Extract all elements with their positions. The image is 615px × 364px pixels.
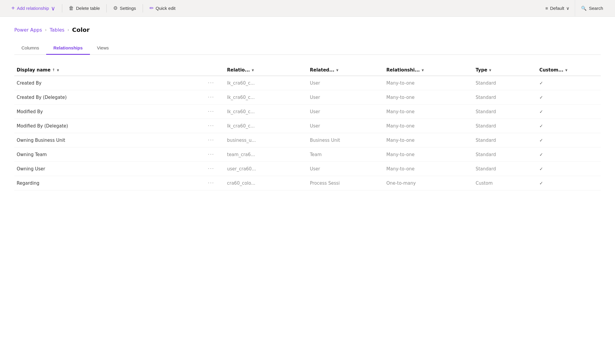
col-related-dropdown-icon: ∨ bbox=[336, 68, 339, 72]
cell-more[interactable]: ··· bbox=[205, 76, 225, 90]
tab-views[interactable]: Views bbox=[90, 42, 116, 55]
cell-related: User bbox=[307, 162, 384, 176]
toolbar: + Add relationship ∨ 🗑 Delete table ⚙ Se… bbox=[0, 0, 615, 17]
cell-display-name: Owning Team bbox=[14, 147, 205, 162]
cell-more[interactable]: ··· bbox=[205, 133, 225, 147]
default-chevron-icon: ∨ bbox=[566, 6, 569, 11]
table-row: Modified By (Delegate)···lk_cra60_c...Us… bbox=[14, 119, 601, 133]
search-label: Search bbox=[589, 6, 603, 11]
col-relship-dropdown-icon: ∨ bbox=[421, 68, 424, 72]
table-row: Owning Business Unit···business_u...Busi… bbox=[14, 133, 601, 147]
cell-relationship-type: Many-to-one bbox=[384, 162, 473, 176]
col-related-label: Related... bbox=[310, 67, 334, 73]
cell-related: Process Sessi bbox=[307, 176, 384, 190]
col-type-label: Type bbox=[476, 67, 487, 73]
cell-type: Standard bbox=[473, 119, 537, 133]
cell-more[interactable]: ··· bbox=[205, 119, 225, 133]
cell-relationship-type: One-to-many bbox=[384, 176, 473, 190]
tab-relationships[interactable]: Relationships bbox=[46, 42, 90, 55]
table-header-row: Display name ↑ ∨ Relatio... ∨ Related... bbox=[14, 64, 601, 76]
cell-related: User bbox=[307, 76, 384, 90]
cell-display-name: Created By (Delegate) bbox=[14, 90, 205, 105]
cell-type: Standard bbox=[473, 162, 537, 176]
breadcrumb-sep-1: › bbox=[45, 27, 47, 32]
cell-relationship-type: Many-to-one bbox=[384, 105, 473, 119]
breadcrumb: Power Apps › Tables › Color bbox=[14, 26, 601, 33]
cell-relationship-name: cra60_colo... bbox=[225, 176, 307, 190]
sort-asc-icon: ↑ bbox=[52, 68, 55, 72]
sort-dropdown-icon: ∨ bbox=[57, 68, 60, 72]
default-lines-icon: ≡ bbox=[545, 6, 548, 11]
cell-more[interactable]: ··· bbox=[205, 105, 225, 119]
cell-relationship-name: team_cra6... bbox=[225, 147, 307, 162]
default-label: Default bbox=[550, 6, 564, 11]
add-icon: + bbox=[11, 5, 15, 12]
cell-display-name: Regarding bbox=[14, 176, 205, 190]
cell-relationship-name: lk_cra60_c... bbox=[225, 90, 307, 105]
col-header-display-name[interactable]: Display name ↑ ∨ bbox=[14, 64, 205, 76]
cell-related: Business Unit bbox=[307, 133, 384, 147]
col-header-relationship-type[interactable]: Relationshi... ∨ bbox=[384, 64, 473, 76]
cell-customizable: ✓ bbox=[537, 147, 601, 162]
settings-button[interactable]: ⚙ Settings bbox=[108, 0, 141, 17]
cell-relationship-name: lk_cra60_c... bbox=[225, 105, 307, 119]
cell-more[interactable]: ··· bbox=[205, 176, 225, 190]
breadcrumb-tables[interactable]: Tables bbox=[50, 27, 65, 33]
breadcrumb-power-apps[interactable]: Power Apps bbox=[14, 27, 42, 33]
col-type-dropdown-icon: ∨ bbox=[489, 68, 492, 72]
cell-customizable: ✓ bbox=[537, 133, 601, 147]
table-row: Modified By···lk_cra60_c...UserMany-to-o… bbox=[14, 105, 601, 119]
cell-related: Team bbox=[307, 147, 384, 162]
search-icon: 🔍 bbox=[581, 6, 587, 11]
cell-type: Standard bbox=[473, 133, 537, 147]
table-row: Owning User···user_cra60...UserMany-to-o… bbox=[14, 162, 601, 176]
default-button[interactable]: ≡ Default ∨ bbox=[540, 0, 575, 17]
cell-relationship-type: Many-to-one bbox=[384, 133, 473, 147]
col-header-customizable[interactable]: Custom... ∨ bbox=[537, 64, 601, 76]
col-header-related[interactable]: Related... ∨ bbox=[307, 64, 384, 76]
delete-table-label: Delete table bbox=[76, 6, 100, 11]
table-row: Owning Team···team_cra6...TeamMany-to-on… bbox=[14, 147, 601, 162]
col-display-name-label: Display name bbox=[17, 67, 51, 73]
search-button[interactable]: 🔍 Search bbox=[575, 0, 609, 17]
toolbar-right: ≡ Default ∨ 🔍 Search bbox=[540, 0, 609, 17]
cell-related: User bbox=[307, 119, 384, 133]
tab-columns[interactable]: Columns bbox=[14, 42, 46, 55]
add-relationship-label: Add relationship bbox=[17, 6, 49, 11]
cell-display-name: Owning User bbox=[14, 162, 205, 176]
cell-relationship-type: Many-to-one bbox=[384, 90, 473, 105]
table-row: Regarding···cra60_colo...Process SessiOn… bbox=[14, 176, 601, 190]
settings-label: Settings bbox=[120, 6, 136, 11]
page-content: Power Apps › Tables › Color Columns Rela… bbox=[0, 17, 615, 197]
cell-relationship-type: Many-to-one bbox=[384, 147, 473, 162]
cell-customizable: ✓ bbox=[537, 162, 601, 176]
cell-more[interactable]: ··· bbox=[205, 90, 225, 105]
cell-relationship-type: Many-to-one bbox=[384, 119, 473, 133]
col-header-relationship-name[interactable]: Relatio... ∨ bbox=[225, 64, 307, 76]
col-custom-dropdown-icon: ∨ bbox=[565, 68, 568, 72]
cell-related: User bbox=[307, 90, 384, 105]
cell-display-name: Owning Business Unit bbox=[14, 133, 205, 147]
cell-more[interactable]: ··· bbox=[205, 162, 225, 176]
cell-type: Standard bbox=[473, 90, 537, 105]
cell-type: Standard bbox=[473, 76, 537, 90]
quick-edit-icon: ✏ bbox=[150, 5, 154, 11]
cell-customizable: ✓ bbox=[537, 90, 601, 105]
chevron-down-icon: ∨ bbox=[51, 5, 55, 12]
cell-relationship-name: lk_cra60_c... bbox=[225, 76, 307, 90]
quick-edit-button[interactable]: ✏ Quick edit bbox=[144, 0, 181, 17]
col-relname-label: Relatio... bbox=[227, 67, 250, 73]
tabs-bar: Columns Relationships Views bbox=[14, 42, 601, 55]
col-header-type[interactable]: Type ∨ bbox=[473, 64, 537, 76]
delete-table-button[interactable]: 🗑 Delete table bbox=[63, 0, 105, 17]
cell-customizable: ✓ bbox=[537, 176, 601, 190]
settings-icon: ⚙ bbox=[113, 5, 118, 11]
add-relationship-button[interactable]: + Add relationship ∨ bbox=[6, 0, 61, 17]
table-row: Created By···lk_cra60_c...UserMany-to-on… bbox=[14, 76, 601, 90]
cell-type: Standard bbox=[473, 105, 537, 119]
cell-customizable: ✓ bbox=[537, 105, 601, 119]
cell-display-name: Created By bbox=[14, 76, 205, 90]
relationships-table: Display name ↑ ∨ Relatio... ∨ Related... bbox=[14, 64, 601, 190]
separator-2 bbox=[106, 4, 107, 13]
cell-more[interactable]: ··· bbox=[205, 147, 225, 162]
